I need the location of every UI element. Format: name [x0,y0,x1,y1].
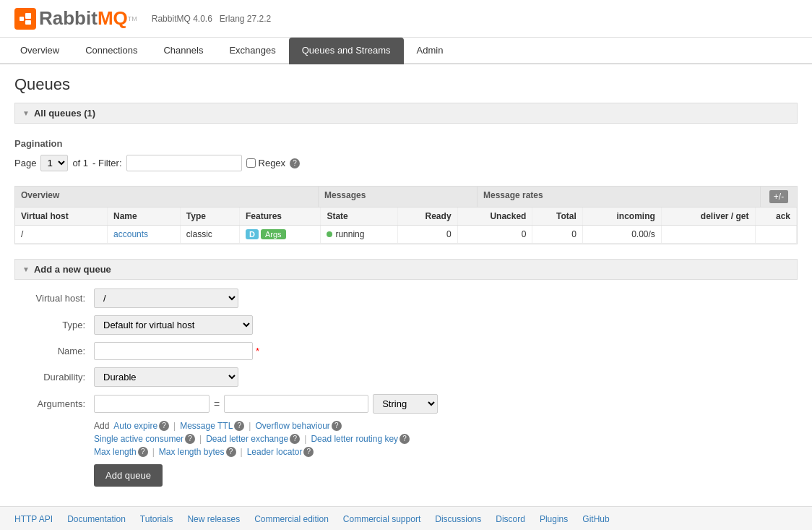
nav-connections[interactable]: Connections [72,38,150,64]
arguments-type-select[interactable]: String Number Boolean [373,394,438,414]
name-row: Name: * [14,342,798,360]
regex-text: Regex [259,158,286,168]
erlang-version: Erlang 27.2.2 [220,14,271,24]
durability-label: Durability: [14,372,94,382]
submit-row: Add queue [14,457,798,487]
page-select[interactable]: 1 [40,155,68,171]
all-queues-section-header[interactable]: ▼ All queues (1) [14,103,798,124]
add-label: Add [94,421,109,431]
arguments-label: Arguments: [14,398,94,409]
leader-locator-link[interactable]: Leader locator [247,447,303,457]
footer-discussions[interactable]: Discussions [435,514,481,524]
filter-label: - Filter: [92,158,121,168]
table-row[interactable]: / accounts classic DArgs running 0 0 0 0… [15,226,797,244]
virtual-host-row: Virtual host: / [14,288,798,308]
feature-args-badge[interactable]: Args [261,229,286,239]
logo-tm: TM [128,15,137,22]
cell-features: DArgs [239,226,320,244]
col-ready: Ready [398,208,457,226]
durability-select[interactable]: Durable Transient [94,367,238,387]
table-header-row: Virtual host Name Type Features State Re… [15,208,797,226]
plus-minus-button[interactable]: +/- [769,190,788,203]
auto-expire-link[interactable]: Auto expire [113,421,157,431]
auto-expire-help-icon[interactable]: ? [159,421,169,431]
queues-table-container: Overview Messages Message rates +/- Virt… [14,186,798,244]
nav-admin[interactable]: Admin [404,38,457,64]
nav-channels[interactable]: Channels [150,38,216,64]
footer-github[interactable]: GitHub [582,514,609,524]
overflow-help-icon[interactable]: ? [332,421,342,431]
arguments-value-input[interactable] [224,395,368,413]
message-ttl-help-icon[interactable]: ? [234,421,244,431]
virtual-host-label: Virtual host: [14,293,94,304]
page-title: Queues [14,75,798,94]
message-ttl-link[interactable]: Message TTL [180,421,233,431]
nav-overview[interactable]: Overview [7,38,72,64]
cell-name[interactable]: accounts [108,226,181,244]
regex-checkbox[interactable] [246,158,256,168]
footer-commercial-support[interactable]: Commercial support [343,514,420,524]
running-dot-icon [327,231,332,237]
dead-letter-exchange-link[interactable]: Dead letter exchange [206,434,288,444]
cell-total: 0 [532,226,582,244]
version-info: RabbitMQ 4.0.6 Erlang 27.2.2 [152,14,271,24]
footer-discord[interactable]: Discord [496,514,525,524]
queues-table: Virtual host Name Type Features State Re… [15,208,797,244]
name-input[interactable] [94,342,253,360]
add-queue-label: Add a new queue [34,264,111,275]
dead-letter-routing-key-help-icon[interactable]: ? [399,434,410,444]
arguments-inputs: = String Number Boolean [94,394,438,414]
page-label: Page [14,158,36,168]
pagination-controls: Page 1 of 1 - Filter: Regex ? [14,155,798,171]
logo: RabbitMQTM [14,7,137,30]
footer-http-api[interactable]: HTTP API [14,514,53,524]
svg-rect-2 [25,20,31,25]
footer-commercial-edition[interactable]: Commercial edition [254,514,329,524]
single-active-consumer-link[interactable]: Single active consumer [94,434,183,444]
queues-content: Pagination Page 1 of 1 - Filter: Regex ? [14,124,798,252]
leader-locator-help-icon[interactable]: ? [303,447,314,457]
type-select[interactable]: Default for virtual host [94,315,253,335]
type-row: Type: Default for virtual host [14,315,798,335]
max-length-bytes-link[interactable]: Max length bytes [159,447,225,457]
cell-ack [755,226,796,244]
quick-add-row2: Single active consumer ? | Dead letter e… [94,434,798,444]
filter-input[interactable] [126,155,242,171]
nav-queues-streams[interactable]: Queues and Streams [289,38,404,64]
max-length-bytes-help-icon[interactable]: ? [226,447,236,457]
single-active-help-icon[interactable]: ? [185,434,195,444]
cell-deliver-get [661,226,755,244]
footer-tutorials[interactable]: Tutorials [140,514,173,524]
quick-add-row1: Add Auto expire ? | Message TTL ? | Over… [94,421,798,431]
footer-plugins[interactable]: Plugins [540,514,568,524]
state-text: running [335,229,364,239]
cell-ready: 0 [398,226,457,244]
cell-incoming: 0.00/s [582,226,661,244]
col-total: Total [532,208,582,226]
col-name: Name [108,208,181,226]
type-label: Type: [14,320,94,330]
footer-new-releases[interactable]: New releases [187,514,240,524]
main-content: Queues ▼ All queues (1) Pagination Page … [0,64,812,506]
virtual-host-select[interactable]: / [94,288,238,308]
max-length-help-icon[interactable]: ? [138,447,148,457]
nav-exchanges[interactable]: Exchanges [216,38,288,64]
col-state: State [321,208,398,226]
add-queue-button[interactable]: Add queue [94,464,163,487]
arguments-key-input[interactable] [94,395,210,413]
dead-letter-exchange-help-icon[interactable]: ? [290,434,300,444]
regex-help-icon[interactable]: ? [290,158,300,168]
sep2: | [249,421,251,431]
col-features: Features [239,208,320,226]
durability-row: Durability: Durable Transient [14,367,798,387]
header: RabbitMQTM RabbitMQ 4.0.6 Erlang 27.2.2 [0,0,812,38]
add-queue-section-header[interactable]: ▼ Add a new queue [14,259,798,280]
max-length-link[interactable]: Max length [94,447,137,457]
page-of-label: of 1 [72,158,88,168]
name-required-star: * [256,346,259,356]
section-header-overview: Overview [15,187,319,207]
dead-letter-routing-key-link[interactable]: Dead letter routing key [311,434,398,444]
col-ack: ack [755,208,796,226]
overflow-link[interactable]: Overflow behaviour [255,421,329,431]
footer-documentation[interactable]: Documentation [67,514,126,524]
